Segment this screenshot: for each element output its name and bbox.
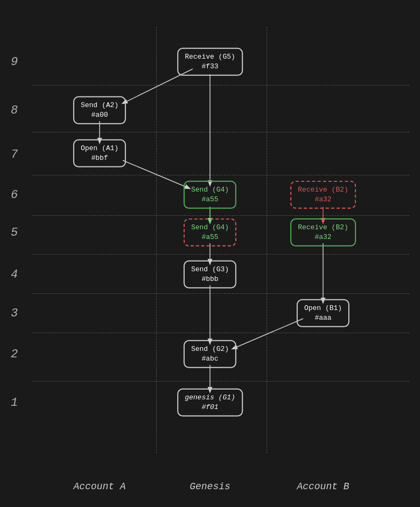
node-open-a1: Open (A1)#bbf [73,139,126,167]
row-label-5: 5 [11,226,18,240]
node-receive-g5: Receive (G5)#f33 [177,48,243,76]
grid-h-3 [32,293,409,294]
node-send-g4-dashed-label: Send (G4)#a55 [191,223,229,241]
row-label-7: 7 [11,148,18,161]
grid-h-4 [32,254,409,255]
col-label-account-b-text: Account B [297,481,349,492]
node-send-g4-dashed: Send (G4)#a55 [184,219,236,247]
grid-h-5 [32,215,409,216]
node-send-g4-solid: Send (G4)#a55 [184,181,236,209]
col-label-genesis: Genesis [170,481,250,492]
col-label-genesis-text: Genesis [190,481,230,492]
svg-line-12 [233,319,303,349]
grid-v-2 [267,27,267,453]
node-send-g2: Send (G2)#abc [184,340,236,368]
row-label-6: 6 [11,188,18,202]
node-open-a1-label: Open (A1)#bbf [81,144,118,162]
arrows-svg [0,0,420,507]
node-send-g2-label: Send (G2)#abc [191,345,229,363]
node-receive-b2-red: Receive (B2)#a32 [290,181,356,209]
row-label-3: 3 [11,307,18,320]
node-genesis-g1: genesis (G1)#f01 [177,389,243,417]
node-receive-b2-green-label: Receive (B2)#a32 [298,223,348,241]
row-label-8: 8 [11,104,18,117]
row-label-2: 2 [11,348,18,361]
node-send-g4-solid-label: Send (G4)#a55 [191,186,229,203]
row-label-4: 4 [11,268,18,281]
grid-h-2 [32,333,409,333]
grid-v-1 [156,27,157,453]
node-send-a2-label: Send (A2)#a00 [81,101,118,119]
node-send-g3: Send (G3)#bbb [184,260,236,288]
node-genesis-g1-label: genesis (G1)#f01 [185,393,235,411]
grid-h-7 [32,132,409,132]
node-open-b1: Open (B1)#aaa [297,299,349,327]
node-receive-g5-label: Receive (G5)#f33 [185,53,235,71]
row-label-9: 9 [11,55,18,69]
node-receive-b2-green: Receive (B2)#a32 [290,219,356,247]
grid-h-6 [32,175,409,175]
col-label-account-a-text: Account A [73,481,125,492]
grid-h-8 [32,85,409,86]
node-open-b1-label: Open (B1)#aaa [304,304,342,322]
node-send-g3-label: Send (G3)#bbb [191,265,229,283]
node-receive-b2-red-label: Receive (B2)#a32 [298,186,348,203]
node-send-a2: Send (A2)#a00 [73,96,126,124]
col-label-account-b: Account B [283,481,363,492]
grid-h-1 [32,381,409,382]
diagram-container: 9 8 7 6 5 4 3 2 1 [0,0,420,507]
col-label-account-a: Account A [59,481,140,492]
row-label-1: 1 [11,396,18,410]
